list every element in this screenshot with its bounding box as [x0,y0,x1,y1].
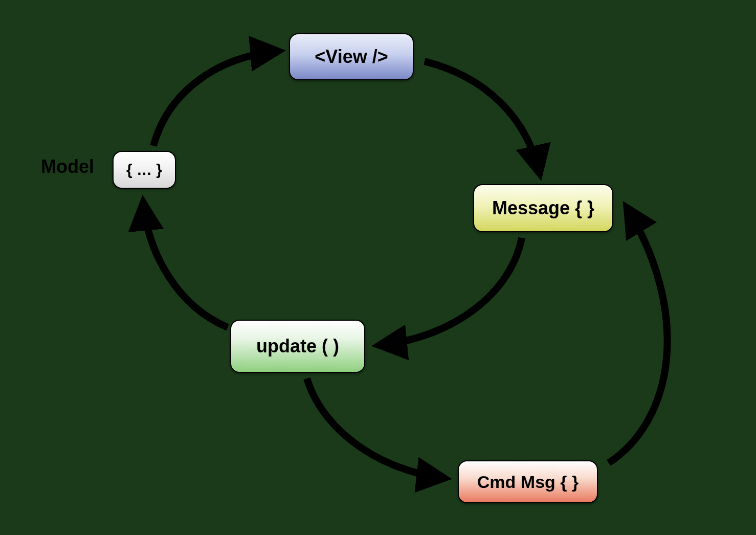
arrow-cmd-to-message [609,207,668,463]
arrow-message-to-update [379,238,522,345]
node-model: { … } [113,151,176,189]
arrow-update-to-model [143,202,228,327]
arrow-view-to-message [425,61,540,174]
model-label: Model [41,156,94,177]
node-message: Message { } [473,184,613,232]
node-cmd: Cmd Msg { } [458,460,598,503]
node-view: <View /> [289,33,414,80]
node-update: update ( ) [230,320,365,373]
arrow-model-to-view [153,51,279,146]
diagram-canvas: Model { … } <View /> Message { } update … [0,0,756,535]
arrow-update-to-cmd [307,378,445,478]
